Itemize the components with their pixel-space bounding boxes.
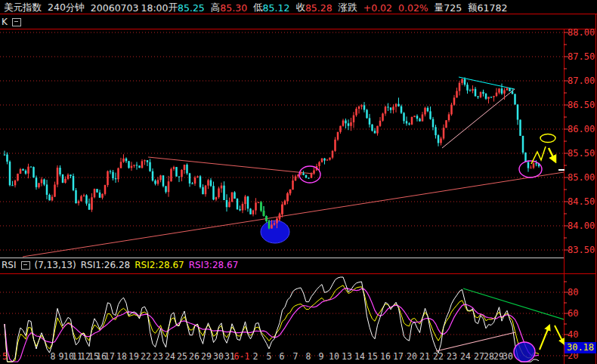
- price-axis-label: 88.00: [568, 27, 595, 38]
- date-axis-label: 2: [253, 351, 258, 362]
- change-pct-value: 0.02%: [398, 2, 428, 14]
- high-value: 85.30: [220, 2, 247, 14]
- date-axis-label: 20: [407, 351, 417, 362]
- date-axis-label: 28: [484, 351, 494, 362]
- date-axis-label: 15: [367, 351, 378, 362]
- rsi2-readout: RSI2:28.67: [135, 260, 184, 270]
- date-axis-label: 23: [153, 351, 163, 362]
- rsi3-readout: RSI3:28.67: [189, 260, 239, 270]
- price-axis-label: 86.50: [568, 100, 595, 110]
- amount-label: 额: [468, 2, 478, 14]
- rsi-axis-label: 40: [568, 329, 578, 340]
- date-axis-label: 29: [201, 351, 212, 362]
- date-axis-label: 26: [189, 351, 200, 362]
- open-label: 开: [169, 2, 178, 14]
- high-label: 高: [211, 2, 221, 14]
- date-axis-label: 17: [104, 351, 115, 362]
- date-axis-label: 9: [319, 351, 324, 362]
- k-panel-minimize-icon[interactable]: [12, 18, 21, 26]
- chart-canvas[interactable]: [0, 0, 597, 364]
- price-axis-label: 85.00: [568, 172, 595, 183]
- price-axis-label: 85.50: [568, 148, 595, 159]
- rsi-axis-label: 80: [568, 287, 578, 298]
- rsi-current-value-badge: 30.18: [565, 342, 596, 353]
- date-axis-label: 5: [267, 351, 272, 362]
- trading-app-window: 美元指数240分钟2006070318:00开85.25高85.30低85.12…: [0, 0, 597, 364]
- amount-value: 61782: [478, 2, 508, 14]
- quote-bar: 美元指数240分钟2006070318:00开85.25高85.30低85.12…: [4, 2, 507, 14]
- price-axis-label: 84.50: [568, 196, 595, 207]
- quote-time: 18:00: [141, 2, 168, 14]
- low-label: 低: [253, 2, 263, 14]
- date-axis-label: 7: [293, 351, 298, 362]
- date-axis-label: 18: [116, 351, 127, 362]
- price-axis-label: 86.00: [568, 124, 595, 134]
- date-axis-label: 17: [393, 351, 404, 362]
- close-value: 85.28: [305, 2, 333, 14]
- quote-date: 20060703: [91, 2, 139, 14]
- low-value: 85.12: [263, 2, 290, 14]
- rsi1-readout: RSI1:26.28: [81, 260, 131, 270]
- rsi-params: (7,13,13): [35, 260, 76, 270]
- k-panel-header: K: [2, 17, 21, 27]
- date-axis-label: 30: [213, 351, 224, 362]
- date-axis-label: 8: [51, 351, 56, 362]
- date-axis-label: 27: [474, 351, 484, 362]
- date-axis-label: 22: [433, 351, 444, 362]
- date-axis-label: 6-1: [234, 351, 250, 362]
- rsi-panel-header: RSI (7,13,13) RSI1:26.28 RSI2:28.67 RSI3…: [2, 260, 238, 270]
- price-axis-label: 83.50: [568, 245, 595, 255]
- open-value: 85.25: [178, 2, 205, 14]
- date-axis-label: 24: [165, 351, 175, 362]
- date-axis-label: 13: [342, 351, 352, 362]
- close-label: 收: [295, 2, 305, 14]
- rsi-panel-minimize-icon[interactable]: [21, 261, 30, 270]
- period-label[interactable]: 240分钟: [48, 2, 85, 14]
- date-axis-label: 30: [503, 351, 513, 362]
- date-axis-label: 25: [177, 351, 187, 362]
- date-axis-label: 23: [447, 351, 457, 362]
- date-axis-label: 5: [2, 351, 8, 362]
- change-label: 涨跌: [339, 2, 357, 14]
- symbol-name[interactable]: 美元指数: [4, 2, 42, 14]
- volume-value: 725: [444, 2, 462, 14]
- rsi-panel-title: RSI: [2, 260, 17, 270]
- price-axis-label: 87.50: [568, 51, 595, 62]
- date-axis-label: 22: [141, 351, 151, 362]
- change-value: +0.02: [363, 2, 392, 14]
- date-axis-label: 19: [128, 351, 139, 362]
- volume-label: 量: [435, 2, 444, 14]
- date-axis-label: 8: [306, 351, 311, 362]
- date-axis-label: 16: [380, 351, 391, 362]
- k-panel-title: K: [2, 17, 8, 27]
- date-axis-label: 21: [419, 351, 430, 362]
- date-axis-label: 24: [460, 351, 471, 362]
- date-axis-label: 14: [354, 351, 365, 362]
- date-axis-label: 10: [329, 351, 339, 362]
- rsi-axis-label: 60: [568, 308, 578, 319]
- price-axis-label: 84.00: [568, 221, 595, 231]
- date-axis-label: 6: [280, 351, 285, 362]
- price-axis-label: 87.00: [568, 76, 595, 86]
